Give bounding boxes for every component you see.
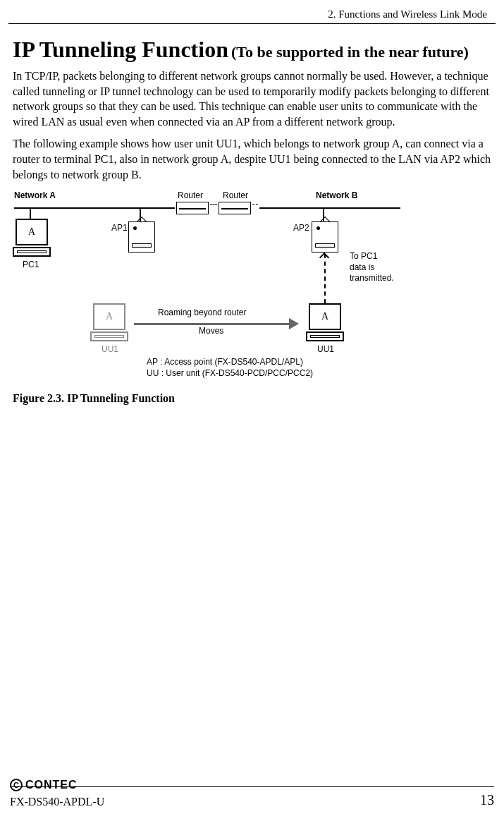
uu1-before-monitor-icon: A xyxy=(93,303,125,330)
network-b-label: Network B xyxy=(316,190,357,200)
roaming-label-2: Moves xyxy=(199,326,223,336)
pc1-label: PC1 xyxy=(23,260,39,269)
model-number: FX-DS540-APDL-U xyxy=(10,796,104,808)
uu1-before-label: UU1 xyxy=(102,344,118,354)
ap2-icon xyxy=(312,221,338,253)
note-line-3: transmitted. xyxy=(350,273,394,284)
figure-wrap: Network A Router Router Network B A PC1 xyxy=(13,190,494,405)
uu1-after-monitor-icon: A xyxy=(309,303,341,330)
pc1-drop-line xyxy=(30,207,31,219)
transmit-note: To PC1 data is transmitted. xyxy=(350,251,394,284)
page-footer: FX-DS540-APDL-U 13 xyxy=(10,792,494,808)
router-2-label: Router xyxy=(223,190,248,200)
roaming-label-1: Roaming beyond router xyxy=(158,308,246,317)
main-title: IP Tunneling Function xyxy=(13,37,228,62)
bus-line-b xyxy=(259,207,400,209)
dashed-arrow-head-icon xyxy=(319,253,329,262)
figure-caption: Figure 2.3. IP Tunneling Function xyxy=(13,392,494,405)
page-header: 2. Functions and Wireless Link Mode xyxy=(8,0,496,24)
paragraph-1: In TCP/IP, packets belonging to differen… xyxy=(13,68,494,129)
page-number: 13 xyxy=(480,792,494,808)
note-line-1: To PC1 xyxy=(350,251,394,262)
legend-line-1: AP : Access point (FX-DS540-APDL/APL) xyxy=(147,357,313,368)
router-1-label: Router xyxy=(178,190,203,200)
uu1-before-group-letter: A xyxy=(97,307,122,327)
title-line: IP Tunneling Function (To be supported i… xyxy=(13,37,494,63)
network-a-label: Network A xyxy=(14,190,56,200)
pc1-monitor-icon: A xyxy=(16,219,48,245)
move-arrow-line xyxy=(134,323,289,325)
ap1-label: AP1 xyxy=(111,223,128,233)
figure-legend: AP : Access point (FX-DS540-APDL/APL) UU… xyxy=(147,357,313,379)
ip-tunneling-diagram: Network A Router Router Network B A PC1 xyxy=(13,190,450,388)
uu1-before-base-icon xyxy=(90,332,128,341)
uu1-after-base-icon xyxy=(306,332,344,341)
brand-text: CONTEC xyxy=(25,779,78,791)
subtitle: (To be supported in the near future) xyxy=(231,43,469,61)
paragraph-2: The following example shows how user uni… xyxy=(13,136,494,182)
pc1-base-icon xyxy=(13,247,51,257)
note-line-2: data is xyxy=(350,262,394,274)
move-arrow-head-icon xyxy=(289,318,299,329)
router-link-dash xyxy=(210,204,217,205)
footer-rule xyxy=(10,786,494,787)
brand-logo: C CONTEC xyxy=(10,779,82,791)
bus-line-a xyxy=(14,207,175,209)
router-link-dash-2 xyxy=(252,204,258,205)
uu1-after-group-letter: A xyxy=(312,307,338,327)
brand-mark-icon: C xyxy=(10,779,23,791)
router-2-icon xyxy=(219,202,251,214)
router-1-icon xyxy=(176,202,209,214)
uu1-after-label: UU1 xyxy=(317,344,334,354)
section-title: 2. Functions and Wireless Link Mode xyxy=(328,8,487,20)
ap1-icon xyxy=(128,221,155,253)
pc1-group-letter: A xyxy=(19,222,44,242)
ap2-label: AP2 xyxy=(293,223,309,233)
page-content: IP Tunneling Function (To be supported i… xyxy=(0,24,504,405)
legend-line-2: UU : User unit (FX-DS540-PCD/PCC/PCC2) xyxy=(147,368,313,379)
